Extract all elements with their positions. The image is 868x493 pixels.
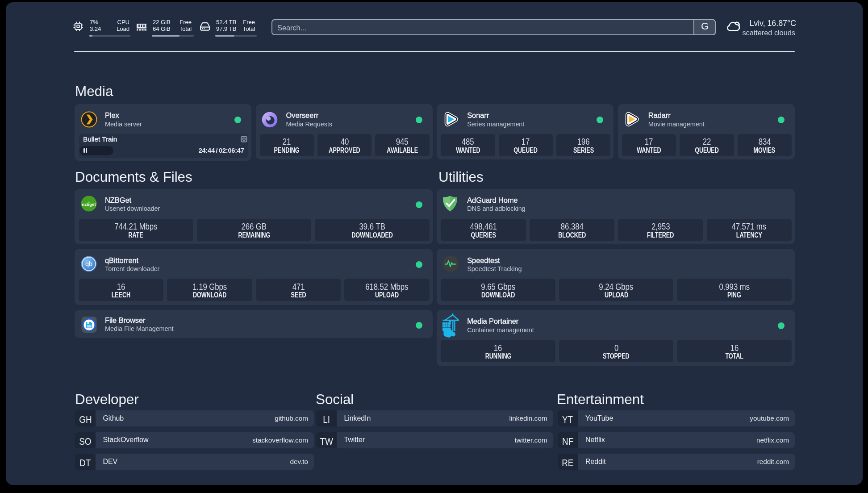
svg-text:qb: qb — [85, 261, 92, 268]
svg-text:nzbget: nzbget — [82, 202, 96, 207]
